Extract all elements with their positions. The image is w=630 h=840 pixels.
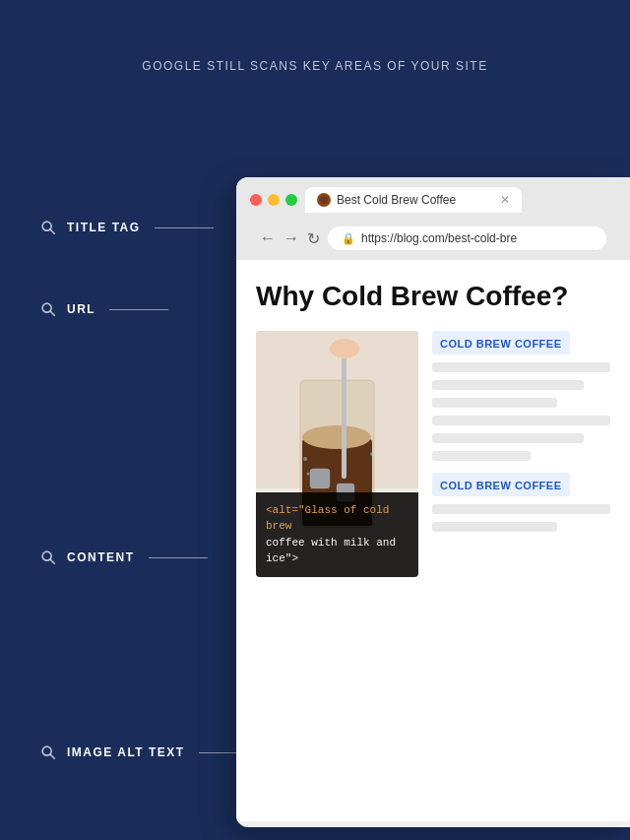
svg-line-3: [50, 311, 54, 315]
search-icon-alt: [39, 743, 57, 761]
tab-bar: Best Cold Brew Coffee ✕: [250, 187, 616, 213]
cold-brew-label-2: COLD BREW COFFEE: [440, 480, 562, 491]
content-line-1: [432, 362, 610, 372]
url-line: [109, 309, 168, 310]
lock-icon: 🔒: [342, 232, 355, 245]
cold-brew-tag-2-row: COLD BREW COFFEE: [432, 473, 610, 496]
svg-line-7: [50, 754, 54, 758]
svg-point-14: [302, 425, 371, 449]
content-line-el: [149, 557, 208, 558]
page-heading: Why Cold Brew Coffee?: [256, 280, 610, 313]
content-label: CONTENT: [67, 550, 135, 564]
traffic-lights: [250, 194, 297, 206]
traffic-light-red[interactable]: [250, 194, 262, 206]
content-line-3: [432, 398, 557, 408]
svg-point-20: [307, 472, 310, 475]
content-line-4: [432, 416, 610, 425]
url-label: URL: [67, 302, 95, 316]
svg-line-5: [50, 559, 54, 563]
content-line-6: [432, 451, 531, 461]
browser-content: Why Cold Brew Coffee?: [236, 260, 630, 821]
alt-text-overlay: <alt="Glass of cold brew coffee with mil…: [256, 492, 418, 577]
search-icon-content: [39, 549, 57, 566]
browser-chrome: Best Cold Brew Coffee ✕ ← → ↻ 🔒 https://…: [236, 177, 630, 260]
alt-text-label: IMAGE ALT TEXT: [67, 745, 185, 759]
svg-rect-17: [342, 341, 346, 479]
cold-brew-badge-1: COLD BREW COFFEE: [432, 331, 570, 355]
right-content: COLD BREW COFFEE COLD BREW COFFEE: [432, 331, 610, 577]
title-tag-label: TITLE TAG: [67, 221, 141, 234]
content-area: <alt="Glass of cold brew coffee with mil…: [256, 331, 610, 577]
search-icon: [39, 219, 57, 236]
back-button[interactable]: ←: [260, 229, 276, 247]
tab-favicon: [317, 193, 331, 207]
svg-line-1: [50, 229, 54, 233]
content-line-8: [432, 522, 557, 532]
browser-window: Best Cold Brew Coffee ✕ ← → ↻ 🔒 https://…: [236, 177, 630, 827]
tab-close-button[interactable]: ✕: [500, 193, 510, 207]
alt-tag-code: <alt="Glass of cold brew: [266, 504, 389, 533]
url-text: https://blog.com/best-cold-bre: [361, 231, 517, 245]
traffic-light-green[interactable]: [285, 194, 297, 206]
title-tag-line: [155, 227, 214, 228]
tab-title: Best Cold Brew Coffee: [337, 193, 494, 207]
svg-point-18: [330, 339, 359, 358]
traffic-light-yellow[interactable]: [268, 194, 280, 206]
cold-brew-badge-2: COLD BREW COFFEE: [432, 473, 570, 496]
search-icon-url: [39, 300, 57, 318]
label-title-tag: TITLE TAG: [39, 219, 214, 236]
content-line-2: [432, 380, 584, 390]
coffee-favicon-icon: [319, 195, 329, 205]
content-line-7: [432, 504, 610, 514]
content-line-5: [432, 433, 584, 443]
address-bar: ← → ↻ 🔒 https://blog.com/best-cold-bre: [250, 221, 616, 260]
browser-tab[interactable]: Best Cold Brew Coffee ✕: [305, 187, 522, 213]
svg-point-21: [370, 452, 374, 456]
svg-point-19: [303, 457, 307, 461]
label-content: CONTENT: [39, 549, 208, 566]
cold-brew-label-1: COLD BREW COFFEE: [440, 338, 562, 350]
alt-tag-value: coffee with milk and ice">: [266, 537, 396, 565]
coffee-image: <alt="Glass of cold brew coffee with mil…: [256, 331, 418, 577]
page-headline: GOOGLE STILL SCANS KEY AREAS OF YOUR SIT…: [0, 0, 630, 73]
label-image-alt-text: IMAGE ALT TEXT: [39, 743, 258, 761]
forward-button[interactable]: →: [284, 229, 299, 247]
svg-rect-15: [310, 469, 330, 488]
refresh-button[interactable]: ↻: [307, 229, 320, 248]
svg-point-8: [320, 196, 328, 204]
address-input[interactable]: 🔒 https://blog.com/best-cold-bre: [328, 226, 606, 250]
label-url: URL: [39, 300, 168, 318]
cold-brew-tag-1-row: COLD BREW COFFEE: [432, 331, 610, 355]
